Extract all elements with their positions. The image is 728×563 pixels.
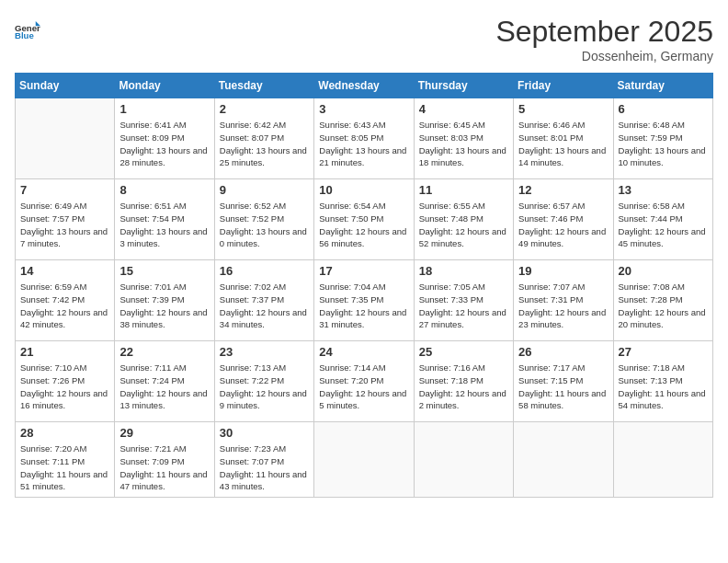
day-of-week-header: Wednesday (314, 74, 414, 98)
day-number: 30 (220, 426, 309, 440)
calendar-day-cell: 9Sunrise: 6:52 AMSunset: 7:52 PMDaylight… (214, 179, 313, 260)
day-info: Sunrise: 7:20 AMSunset: 7:11 PMDaylight:… (20, 442, 109, 493)
day-number: 13 (619, 183, 708, 197)
day-number: 16 (220, 264, 309, 278)
calendar-week-row: 1Sunrise: 6:41 AMSunset: 8:09 PMDaylight… (16, 98, 713, 179)
day-number: 25 (419, 345, 508, 359)
location: Dossenheim, Germany (495, 49, 713, 63)
day-of-week-header: Tuesday (214, 74, 313, 98)
calendar-day-cell (314, 422, 414, 498)
calendar-day-cell: 3Sunrise: 6:43 AMSunset: 8:05 PMDaylight… (314, 98, 414, 179)
calendar-day-cell: 4Sunrise: 6:45 AMSunset: 8:03 PMDaylight… (414, 98, 513, 179)
calendar-day-cell: 19Sunrise: 7:07 AMSunset: 7:31 PMDayligh… (514, 260, 613, 341)
day-info: Sunrise: 7:18 AMSunset: 7:13 PMDaylight:… (619, 362, 708, 412)
calendar-day-cell: 24Sunrise: 7:14 AMSunset: 7:20 PMDayligh… (314, 341, 414, 422)
day-of-week-header: Thursday (414, 74, 513, 98)
day-number: 9 (220, 183, 309, 197)
calendar-day-cell: 11Sunrise: 6:55 AMSunset: 7:48 PMDayligh… (414, 179, 513, 260)
day-number: 6 (619, 102, 708, 116)
day-number: 19 (518, 264, 608, 278)
day-number: 18 (419, 264, 508, 278)
day-info: Sunrise: 6:49 AMSunset: 7:57 PMDaylight:… (20, 200, 109, 250)
day-info: Sunrise: 6:55 AMSunset: 7:48 PMDaylight:… (419, 200, 508, 250)
day-info: Sunrise: 6:51 AMSunset: 7:54 PMDaylight:… (119, 200, 209, 250)
day-number: 22 (119, 345, 209, 359)
title-block: September 2025 Dossenheim, Germany (495, 15, 713, 63)
calendar-day-cell: 5Sunrise: 6:46 AMSunset: 8:01 PMDaylight… (514, 98, 613, 179)
day-number: 4 (419, 102, 508, 116)
calendar-table: SundayMondayTuesdayWednesdayThursdayFrid… (15, 73, 713, 498)
logo: General Blue (15, 15, 40, 40)
calendar-day-cell: 28Sunrise: 7:20 AMSunset: 7:11 PMDayligh… (16, 422, 115, 498)
day-info: Sunrise: 7:07 AMSunset: 7:31 PMDaylight:… (518, 281, 608, 331)
day-number: 7 (20, 183, 109, 197)
day-info: Sunrise: 7:17 AMSunset: 7:15 PMDaylight:… (518, 362, 608, 412)
calendar-day-cell: 23Sunrise: 7:13 AMSunset: 7:22 PMDayligh… (214, 341, 313, 422)
day-info: Sunrise: 7:16 AMSunset: 7:18 PMDaylight:… (419, 362, 508, 412)
day-number: 12 (518, 183, 608, 197)
day-number: 29 (119, 426, 209, 440)
day-number: 28 (20, 426, 109, 440)
day-number: 5 (518, 102, 608, 116)
calendar-day-cell: 6Sunrise: 6:48 AMSunset: 7:59 PMDaylight… (613, 98, 712, 179)
calendar-day-cell: 13Sunrise: 6:58 AMSunset: 7:44 PMDayligh… (613, 179, 712, 260)
calendar-day-cell: 29Sunrise: 7:21 AMSunset: 7:09 PMDayligh… (115, 422, 214, 498)
calendar-day-cell: 30Sunrise: 7:23 AMSunset: 7:07 PMDayligh… (214, 422, 313, 498)
day-info: Sunrise: 6:43 AMSunset: 8:05 PMDaylight:… (319, 119, 408, 169)
day-number: 15 (119, 264, 209, 278)
day-number: 20 (619, 264, 708, 278)
calendar-day-cell: 10Sunrise: 6:54 AMSunset: 7:50 PMDayligh… (314, 179, 414, 260)
day-number: 14 (20, 264, 109, 278)
calendar-header-row: SundayMondayTuesdayWednesdayThursdayFrid… (16, 74, 713, 98)
calendar-week-row: 28Sunrise: 7:20 AMSunset: 7:11 PMDayligh… (16, 422, 713, 498)
day-info: Sunrise: 7:01 AMSunset: 7:39 PMDaylight:… (119, 281, 209, 331)
day-info: Sunrise: 7:05 AMSunset: 7:33 PMDaylight:… (419, 281, 508, 331)
calendar-day-cell (16, 98, 115, 179)
day-info: Sunrise: 6:57 AMSunset: 7:46 PMDaylight:… (518, 200, 608, 250)
calendar-day-cell: 18Sunrise: 7:05 AMSunset: 7:33 PMDayligh… (414, 260, 513, 341)
calendar-day-cell: 1Sunrise: 6:41 AMSunset: 8:09 PMDaylight… (115, 98, 214, 179)
day-info: Sunrise: 6:41 AMSunset: 8:09 PMDaylight:… (119, 119, 209, 169)
day-info: Sunrise: 6:48 AMSunset: 7:59 PMDaylight:… (619, 119, 708, 169)
day-info: Sunrise: 6:52 AMSunset: 7:52 PMDaylight:… (220, 200, 309, 250)
calendar-day-cell: 15Sunrise: 7:01 AMSunset: 7:39 PMDayligh… (115, 260, 214, 341)
calendar-week-row: 14Sunrise: 6:59 AMSunset: 7:42 PMDayligh… (16, 260, 713, 341)
calendar-day-cell: 20Sunrise: 7:08 AMSunset: 7:28 PMDayligh… (613, 260, 712, 341)
calendar-week-row: 7Sunrise: 6:49 AMSunset: 7:57 PMDaylight… (16, 179, 713, 260)
calendar-week-row: 21Sunrise: 7:10 AMSunset: 7:26 PMDayligh… (16, 341, 713, 422)
day-info: Sunrise: 6:58 AMSunset: 7:44 PMDaylight:… (619, 200, 708, 250)
calendar-day-cell: 14Sunrise: 6:59 AMSunset: 7:42 PMDayligh… (16, 260, 115, 341)
calendar-day-cell: 25Sunrise: 7:16 AMSunset: 7:18 PMDayligh… (414, 341, 513, 422)
day-number: 21 (20, 345, 109, 359)
day-info: Sunrise: 7:14 AMSunset: 7:20 PMDaylight:… (319, 362, 408, 412)
month-title: September 2025 (495, 15, 713, 49)
day-info: Sunrise: 7:02 AMSunset: 7:37 PMDaylight:… (220, 281, 309, 331)
calendar-day-cell: 26Sunrise: 7:17 AMSunset: 7:15 PMDayligh… (514, 341, 613, 422)
calendar-day-cell: 27Sunrise: 7:18 AMSunset: 7:13 PMDayligh… (613, 341, 712, 422)
day-number: 11 (419, 183, 508, 197)
day-number: 27 (619, 345, 708, 359)
calendar-day-cell: 16Sunrise: 7:02 AMSunset: 7:37 PMDayligh… (214, 260, 313, 341)
day-of-week-header: Monday (115, 74, 214, 98)
day-number: 23 (220, 345, 309, 359)
day-info: Sunrise: 7:08 AMSunset: 7:28 PMDaylight:… (619, 281, 708, 331)
day-number: 1 (119, 102, 209, 116)
calendar-day-cell: 8Sunrise: 6:51 AMSunset: 7:54 PMDaylight… (115, 179, 214, 260)
logo-icon: General Blue (15, 15, 40, 40)
calendar-day-cell: 17Sunrise: 7:04 AMSunset: 7:35 PMDayligh… (314, 260, 414, 341)
calendar-day-cell (613, 422, 712, 498)
day-info: Sunrise: 7:13 AMSunset: 7:22 PMDaylight:… (220, 362, 309, 412)
day-number: 3 (319, 102, 408, 116)
day-info: Sunrise: 6:46 AMSunset: 8:01 PMDaylight:… (518, 119, 608, 169)
day-number: 26 (518, 345, 608, 359)
day-number: 17 (319, 264, 408, 278)
day-number: 10 (319, 183, 408, 197)
calendar-day-cell: 21Sunrise: 7:10 AMSunset: 7:26 PMDayligh… (16, 341, 115, 422)
day-info: Sunrise: 7:11 AMSunset: 7:24 PMDaylight:… (119, 362, 209, 412)
day-number: 2 (220, 102, 309, 116)
day-info: Sunrise: 6:54 AMSunset: 7:50 PMDaylight:… (319, 200, 408, 250)
day-info: Sunrise: 6:42 AMSunset: 8:07 PMDaylight:… (220, 119, 309, 169)
day-number: 8 (119, 183, 209, 197)
day-info: Sunrise: 6:45 AMSunset: 8:03 PMDaylight:… (419, 119, 508, 169)
calendar-day-cell: 2Sunrise: 6:42 AMSunset: 8:07 PMDaylight… (214, 98, 313, 179)
